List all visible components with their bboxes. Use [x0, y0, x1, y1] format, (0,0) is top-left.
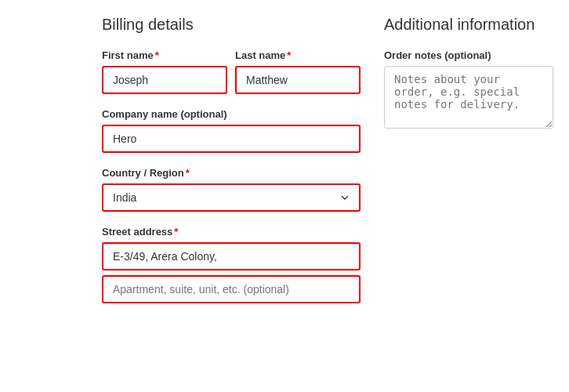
billing-title: Billing details: [102, 16, 361, 34]
street-address-group: Street address*: [102, 226, 361, 303]
company-name-input[interactable]: [102, 125, 361, 153]
name-row: First name* Last name*: [102, 49, 361, 94]
first-name-input[interactable]: [102, 66, 227, 94]
country-select[interactable]: India United States United Kingdom Austr…: [102, 183, 361, 212]
street-address-label: Street address*: [102, 226, 361, 238]
additional-section: Additional information Order notes (opti…: [376, 16, 569, 318]
first-name-label: First name*: [102, 49, 227, 61]
company-name-group: Company name (optional): [102, 108, 361, 153]
last-name-group: Last name*: [235, 49, 361, 94]
apartment-input[interactable]: [102, 275, 361, 303]
billing-section: Billing details First name* Last name* C…: [0, 16, 376, 318]
order-notes-group: Order notes (optional): [384, 49, 553, 131]
order-notes-label: Order notes (optional): [384, 49, 553, 61]
street-address-input[interactable]: [102, 242, 361, 270]
first-name-group: First name*: [102, 49, 227, 94]
order-notes-textarea[interactable]: [384, 66, 553, 129]
country-label: Country / Region*: [102, 167, 361, 179]
additional-title: Additional information: [384, 16, 553, 34]
last-name-input[interactable]: [235, 66, 361, 94]
country-group: Country / Region* India United States Un…: [102, 167, 361, 212]
company-name-label: Company name (optional): [102, 108, 361, 120]
last-name-label: Last name*: [235, 49, 361, 61]
